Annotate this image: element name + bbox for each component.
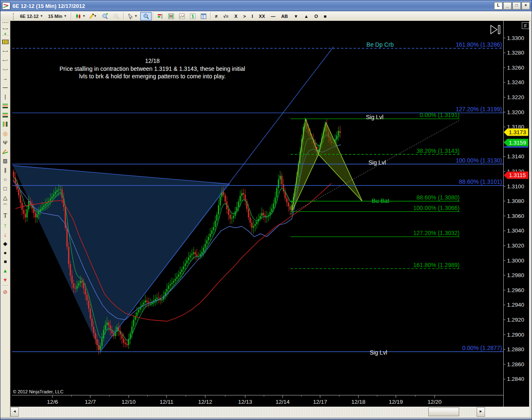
pitchfork-tool[interactable]: Ψ	[2, 139, 9, 146]
annotation-tool-10[interactable]: O	[311, 13, 321, 20]
rectangle-tool[interactable]: □	[2, 185, 9, 192]
bu-bat-label[interactable]: Bu Bat	[372, 198, 389, 204]
data-box-button[interactable]	[166, 12, 177, 20]
interval-label: 15 Min	[48, 14, 62, 19]
chart-trader-icon	[157, 13, 163, 19]
scroll-right-button[interactable]: ►	[477, 407, 485, 417]
zoom-out-icon	[113, 13, 119, 19]
be-dp-crb-label[interactable]: Be Dp Crb	[366, 41, 394, 48]
annotation-tool-4[interactable]: I	[249, 13, 256, 20]
regression-channel-tool[interactable]: ▨	[2, 157, 9, 165]
fib-retracement-tool[interactable]	[2, 102, 9, 110]
diamond-marker-tool[interactable]: ◆	[2, 240, 9, 247]
sig-lvl-label-3[interactable]: Sig Lvl	[370, 349, 387, 356]
annotation-tool-7[interactable]: AB	[278, 13, 291, 20]
svg-text:1.3040: 1.3040	[507, 228, 524, 234]
sig-lvl-label-1[interactable]: Sig Lvl	[366, 114, 383, 120]
triangle-tool[interactable]: △	[2, 194, 9, 201]
svg-text:1.2840: 1.2840	[507, 376, 524, 382]
triangle-up-marker-tool[interactable]: ▲	[2, 267, 9, 275]
scrollbar-track[interactable]	[19, 408, 477, 416]
chart-window-icon	[2, 2, 10, 10]
chart-image-button[interactable]	[177, 12, 187, 20]
price-tag-1.3173: 1.3173	[504, 128, 528, 136]
candles-icon	[75, 13, 81, 19]
fib-time-extension-tool[interactable]	[2, 120, 9, 128]
svg-text:12/19: 12/19	[389, 399, 403, 405]
chart-style-button[interactable]: ▼	[73, 12, 88, 20]
triangle-down-marker-tool[interactable]: ▼	[2, 276, 9, 284]
maximize-button[interactable]: □	[512, 2, 521, 10]
annotation-tool-5[interactable]: XX	[256, 13, 268, 20]
properties-panel-button[interactable]	[198, 12, 209, 20]
ellipse-tool[interactable]: ○	[2, 175, 9, 183]
ruler-tool[interactable]	[2, 38, 9, 45]
extended-line-tool[interactable]: ‹—›	[2, 65, 9, 73]
sig-lvl-label-2[interactable]: Sig Lvl	[368, 159, 386, 166]
strip-grip[interactable]	[2, 22, 8, 23]
svg-text:12/18: 12/18	[351, 399, 365, 405]
note-line-3: lvls to brk & hold for emerging patterns…	[42, 72, 263, 80]
text-tool[interactable]: T	[2, 212, 9, 220]
ray-tool[interactable]: •—›	[2, 56, 9, 64]
price-tag-1.3159: 1.3159	[504, 139, 528, 148]
svg-text:0.00% (1.3191): 0.00% (1.3191)	[420, 112, 460, 118]
cursor-icon	[128, 13, 133, 19]
fib-extension-tool[interactable]	[2, 111, 9, 119]
trend-line-tool[interactable]: •—•	[2, 47, 9, 55]
annotation-tool-6[interactable]: —	[268, 13, 278, 20]
drawing-tools-button[interactable]: ▼	[88, 12, 99, 20]
annotation-tool-1[interactable]: √≡	[221, 13, 231, 20]
arrow-down-marker-tool[interactable]: ↓	[2, 230, 9, 238]
chart-trader-button[interactable]	[155, 12, 166, 20]
close-button[interactable]: ×	[522, 2, 530, 10]
chart-image-icon	[179, 13, 185, 19]
title-bar[interactable]: 6E 12-12 (15 Min) 12/17/2012 L_□×	[0, 0, 532, 11]
svg-text:1.3200: 1.3200	[507, 109, 524, 115]
svg-text:88.60% (1.3080): 88.60% (1.3080)	[416, 194, 460, 201]
vertical-line-tool[interactable]: |	[2, 93, 9, 100]
annotation-tool-8[interactable]: ▼	[291, 13, 301, 20]
zoom-mode-button[interactable]	[140, 12, 152, 20]
link-button[interactable]: L	[494, 2, 502, 10]
chart-window: 6E 12-12 (15 Min) 12/17/2012 L_□× 6E 12-…	[0, 0, 532, 420]
arrow-line-tool[interactable]: →	[2, 75, 9, 82]
collapse-strip-icon[interactable]: ▲	[4, 33, 7, 35]
dollar-icon: $	[190, 13, 196, 19]
svg-text:F: F	[524, 23, 527, 28]
annotation-tool-2[interactable]: X	[231, 13, 240, 20]
parallel-channel-tool[interactable]: ∥	[2, 166, 9, 174]
dot-marker-tool[interactable]: ●	[2, 249, 9, 256]
horizontal-scrollbar[interactable]: ◄ ►	[10, 407, 529, 417]
fib-circle-tool[interactable]: ◎	[2, 130, 9, 137]
gann-fan-tool[interactable]	[2, 148, 9, 155]
svg-text:12/12: 12/12	[198, 399, 212, 405]
zoom-out-button[interactable]	[111, 12, 122, 20]
zoom-in-button[interactable]	[99, 12, 111, 20]
instrument-selector[interactable]: 6E 12-12 ▼	[17, 12, 46, 20]
cursor-button[interactable]: ▼	[125, 12, 140, 20]
instrument-label: 6E 12-12	[20, 14, 39, 19]
annotation-tool-11[interactable]: ■	[321, 13, 330, 20]
fib-retracement-tool-icon	[2, 104, 8, 108]
annotation-tool-0[interactable]: ≠	[212, 13, 221, 20]
horizontal-line-tool[interactable]: —	[2, 84, 9, 91]
interval-selector[interactable]: 15 Min ▼	[46, 12, 70, 20]
note-line-1: 12/18	[42, 57, 263, 65]
arrow-up-marker-tool[interactable]: ↑	[2, 221, 9, 229]
scroll-left-button[interactable]: ◄	[10, 407, 19, 417]
minimize-button[interactable]: _	[503, 2, 512, 10]
scrollbar-thumb[interactable]	[428, 408, 459, 416]
drawing-tool-strip: •—• ▲ •—••—›‹—›→—|◎Ψ▨∥○□△⌒T↑↓◆●■▲▼⊘	[0, 21, 10, 417]
annotation-tool-3[interactable]: >	[240, 13, 249, 20]
svg-text:1.3260: 1.3260	[507, 65, 524, 71]
square-marker-tool[interactable]: ■	[2, 258, 9, 265]
fib-time-extension-tool-icon	[3, 122, 7, 127]
account-data-button[interactable]: $	[187, 12, 198, 20]
annotation-tool-9[interactable]: ▲	[301, 13, 311, 20]
svg-text:1.3115: 1.3115	[509, 172, 526, 178]
toolbar-grip[interactable]	[13, 13, 16, 20]
remove-drawing-tool[interactable]: ⊘	[2, 288, 9, 295]
chart-note-annotation[interactable]: 12/18 Price stalling in contraction betw…	[42, 57, 263, 80]
arc-tool[interactable]: ⌒	[2, 203, 9, 210]
